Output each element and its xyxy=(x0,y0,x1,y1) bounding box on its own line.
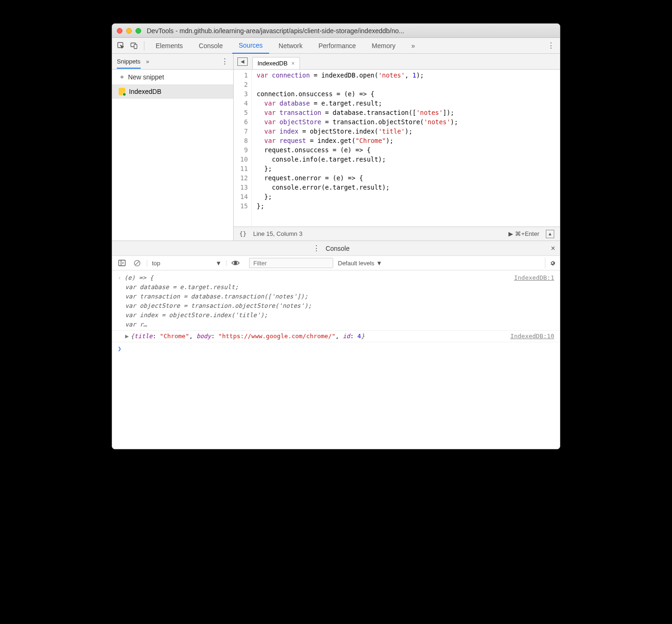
tab-memory[interactable]: Memory xyxy=(365,38,402,54)
drawer-header: ⋮ Console × xyxy=(112,241,560,255)
svg-point-7 xyxy=(235,262,237,264)
settings-menu-icon[interactable]: ⋮ xyxy=(546,41,556,51)
levels-label: Default levels xyxy=(338,260,374,267)
traffic-lights xyxy=(117,28,141,34)
console-toolbar: top ▼ Default levels ▼ xyxy=(112,255,560,270)
titlebar: DevTools - mdn.github.io/learning-area/j… xyxy=(112,24,560,38)
chevron-down-icon: ▼ xyxy=(376,260,382,267)
snippet-file-icon xyxy=(119,88,125,95)
window-title: DevTools - mdn.github.io/learning-area/j… xyxy=(147,27,555,35)
snippet-name: IndexedDB xyxy=(129,88,161,95)
console-log-content: ▶{title: "Chrome", body: "https://www.go… xyxy=(118,332,505,341)
svg-rect-2 xyxy=(134,44,137,49)
console-log-content: ‹(e) => { var database = e.target.result… xyxy=(118,273,508,329)
navigator-tab-snippets[interactable]: Snippets xyxy=(117,54,141,69)
console-body: ‹(e) => { var database = e.target.result… xyxy=(112,270,560,449)
run-snippet-button[interactable]: ▶ ⌘+Enter xyxy=(508,230,539,237)
chevron-down-icon: ▼ xyxy=(215,260,222,267)
panel-tabbar: Elements Console Sources Network Perform… xyxy=(112,38,560,54)
tab-sources[interactable]: Sources xyxy=(232,38,269,54)
tab-elements[interactable]: Elements xyxy=(149,38,189,54)
devtools-window: DevTools - mdn.github.io/learning-area/j… xyxy=(112,23,560,449)
log-source-link[interactable]: IndexedDB:1 xyxy=(508,273,554,329)
minimize-window-button[interactable] xyxy=(126,28,132,34)
plus-icon: ＋ xyxy=(119,73,125,81)
log-levels-selector[interactable]: Default levels ▼ xyxy=(338,260,382,267)
new-snippet-label: New snippet xyxy=(128,73,164,81)
snippet-item[interactable]: IndexedDB xyxy=(112,85,233,99)
drawer-tab-console[interactable]: Console xyxy=(326,245,350,252)
tab-console[interactable]: Console xyxy=(192,38,229,54)
console-log-row[interactable]: ‹(e) => { var database = e.target.result… xyxy=(112,272,560,331)
run-shortcut: ⌘+Enter xyxy=(515,230,539,237)
toggle-navigator-icon[interactable]: ◀ xyxy=(237,57,248,66)
close-drawer-icon[interactable]: × xyxy=(551,244,555,253)
context-label: top xyxy=(152,260,160,267)
clear-console-icon[interactable] xyxy=(132,258,142,268)
toggle-debugger-icon[interactable]: ▲ xyxy=(546,230,554,238)
drawer-menu-icon[interactable]: ⋮ xyxy=(313,244,320,253)
context-selector[interactable]: top ▼ xyxy=(147,260,222,267)
svg-line-6 xyxy=(135,261,139,265)
line-gutter: 123456789101112131415 xyxy=(234,70,252,227)
zoom-window-button[interactable] xyxy=(136,28,141,34)
play-icon: ▶ xyxy=(508,230,513,237)
console-filter-input[interactable] xyxy=(249,258,333,268)
separator xyxy=(144,41,144,50)
pretty-print-icon[interactable]: {} xyxy=(239,230,247,237)
log-source-link[interactable]: IndexedDB:10 xyxy=(505,332,554,341)
editor-tab[interactable]: IndexedDB × xyxy=(252,57,300,69)
editor-tabbar: ◀ IndexedDB × xyxy=(234,54,560,70)
editor-tab-label: IndexedDB xyxy=(257,60,287,67)
toggle-console-sidebar-icon[interactable] xyxy=(117,258,127,268)
inspect-icon[interactable] xyxy=(116,41,126,51)
close-window-button[interactable] xyxy=(117,28,122,34)
code-content[interactable]: var connection = indexedDB.open('notes',… xyxy=(252,70,463,227)
console-log-row[interactable]: ▶{title: "Chrome", body: "https://www.go… xyxy=(112,331,560,342)
navigator-menu-icon[interactable]: ⋮ xyxy=(221,57,229,66)
console-prompt[interactable]: ❯ xyxy=(112,342,560,355)
cursor-position: Line 15, Column 3 xyxy=(253,230,303,237)
live-expression-icon[interactable] xyxy=(226,260,244,266)
editor-area: ◀ IndexedDB × 123456789101112131415 var … xyxy=(234,54,560,241)
expand-object-icon[interactable]: ▶ xyxy=(125,333,129,340)
tab-performance[interactable]: Performance xyxy=(312,38,362,54)
device-toggle-icon[interactable] xyxy=(129,41,139,51)
navigator-sidebar: Snippets » ⋮ ＋ New snippet IndexedDB xyxy=(112,54,234,241)
console-settings-icon[interactable] xyxy=(545,258,555,268)
close-tab-icon[interactable]: × xyxy=(291,60,295,67)
new-snippet-button[interactable]: ＋ New snippet xyxy=(112,70,233,85)
more-navigator-tabs-icon[interactable]: » xyxy=(146,58,150,65)
svg-rect-3 xyxy=(119,260,125,266)
more-tabs-chevron-icon[interactable]: » xyxy=(405,38,422,54)
editor-statusbar: {} Line 15, Column 3 ▶ ⌘+Enter ▲ xyxy=(234,227,560,241)
tab-network[interactable]: Network xyxy=(272,38,309,54)
navigator-tabbar: Snippets » ⋮ xyxy=(112,54,233,70)
code-editor[interactable]: 123456789101112131415 var connection = i… xyxy=(234,70,560,227)
sources-main: Snippets » ⋮ ＋ New snippet IndexedDB ◀ I… xyxy=(112,54,560,241)
